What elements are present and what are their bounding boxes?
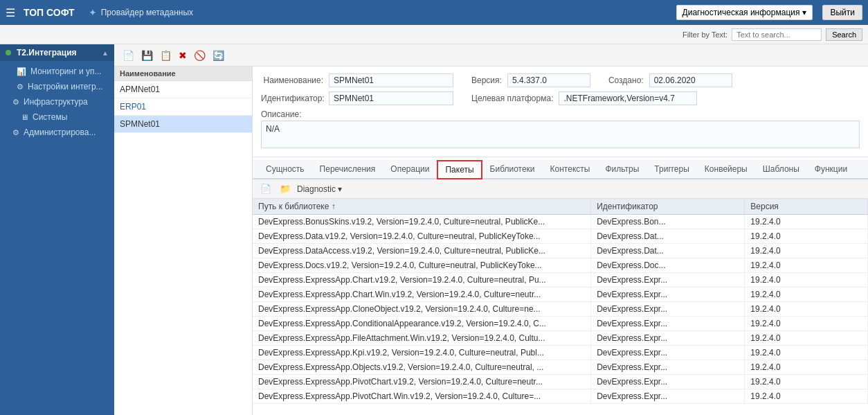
- delete-button[interactable]: ✖: [176, 48, 190, 62]
- sidebar-item-label: Настройки интегр...: [28, 82, 103, 91]
- diagnostic-button[interactable]: Диагностическая информация ▾: [676, 5, 813, 20]
- cell-id: DevExpress.Expr...: [591, 360, 745, 375]
- tree-item-apmnet01[interactable]: APMNet01: [114, 81, 252, 98]
- systems-icon: 🖥: [21, 113, 28, 121]
- table-row[interactable]: DevExpress.ExpressApp.FileAttachment.Win…: [253, 331, 868, 346]
- table-row[interactable]: DevExpress.ExpressApp.Chart.v19.2, Versi…: [253, 273, 868, 288]
- title-text: Провайдер метаданных: [101, 8, 193, 17]
- cell-id: DevExpress.Expr...: [591, 375, 745, 389]
- refresh-button[interactable]: 🔄: [210, 48, 227, 62]
- admin-icon: ⚙: [12, 128, 19, 137]
- cell-id: DevExpress.Expr...: [591, 346, 745, 360]
- table-row[interactable]: DevExpress.Docs.v19.2, Version=19.2.4.0,…: [253, 258, 868, 273]
- table-row[interactable]: DevExpress.ExpressApp.Objects.v19.2, Ver…: [253, 360, 868, 375]
- table-toolbar: 📄 📁 Diagnostic ▾: [253, 179, 868, 199]
- tab-filtry[interactable]: Фильтры: [597, 160, 647, 179]
- cell-path: DevExpress.ExpressApp.Objects.v19.2, Ver…: [253, 360, 591, 375]
- sidebar-item-infrastructure[interactable]: ⚙ Инфраструктура: [0, 94, 114, 109]
- table-upload-btn[interactable]: 📁: [278, 183, 293, 195]
- cell-path: DevExpress.ExpressApp.Kpi.v19.2, Version…: [253, 346, 591, 360]
- version-value: 5.4.337.0: [507, 73, 590, 87]
- cancel-button[interactable]: 🚫: [191, 48, 208, 62]
- tab-operatsii[interactable]: Операции: [383, 160, 437, 179]
- search-button[interactable]: Search: [826, 28, 862, 41]
- brand-label: ТОП СОФТ: [24, 7, 75, 18]
- form-row-name: Наименование: SPMNet01 Версия: 5.4.337.0…: [261, 73, 860, 87]
- id-label: Идентификатор:: [261, 94, 323, 103]
- col-version-header[interactable]: Версия: [745, 199, 868, 215]
- copy-button[interactable]: 📋: [157, 48, 174, 62]
- packages-table: Путь к библиотеке ↑ Идентификатор Версия…: [253, 199, 868, 404]
- sidebar-collapse-icon[interactable]: ▲: [102, 49, 109, 57]
- cell-id: DevExpress.Expr...: [591, 317, 745, 331]
- tab-shablony[interactable]: Шаблоны: [755, 160, 807, 179]
- tab-sushchnost[interactable]: Сущность: [258, 160, 312, 179]
- hamburger-icon[interactable]: ☰: [6, 6, 15, 19]
- diagnostic-dropdown[interactable]: Diagnostic ▾: [297, 184, 342, 194]
- sidebar-item-label: Мониторинг и уп...: [30, 67, 101, 76]
- table-row[interactable]: DevExpress.ExpressApp.Kpi.v19.2, Version…: [253, 346, 868, 360]
- cell-version: 19.2.4.0: [745, 302, 868, 317]
- search-input[interactable]: [732, 28, 822, 41]
- cell-id: DevExpress.Dat...: [591, 244, 745, 258]
- platform-value: .NETFramework,Version=v4.7: [559, 91, 697, 105]
- title-icon: ✦: [89, 7, 97, 18]
- monitoring-icon: 📊: [17, 67, 26, 76]
- table-row[interactable]: DevExpress.Data.v19.2, Version=19.2.4.0,…: [253, 229, 868, 244]
- table-row[interactable]: DevExpress.ExpressApp.PivotChart.v19.2, …: [253, 375, 868, 389]
- tab-konveyery[interactable]: Конвейеры: [697, 160, 755, 179]
- filter-label: Filter by Text:: [682, 30, 727, 39]
- cell-id: DevExpress.Expr...: [591, 288, 745, 302]
- sidebar-item-label: Администрирова...: [24, 127, 96, 137]
- table-row[interactable]: DevExpress.ExpressApp.CloneObject.v19.2,…: [253, 302, 868, 317]
- tree-header: Наименование: [114, 67, 252, 81]
- save-button[interactable]: 💾: [138, 48, 156, 62]
- cell-version: 19.2.4.0: [745, 331, 868, 346]
- tab-biblioteki[interactable]: Библиотеки: [482, 160, 543, 179]
- form-area: Наименование: SPMNet01 Версия: 5.4.337.0…: [253, 67, 868, 157]
- diagnostic-label: Diagnostic: [297, 184, 336, 194]
- cell-path: DevExpress.ExpressApp.CloneObject.v19.2,…: [253, 302, 591, 317]
- new-button[interactable]: 📄: [120, 48, 137, 62]
- main-toolbar: 📄 💾 📋 ✖ 🚫 🔄: [114, 44, 868, 67]
- tab-pakety[interactable]: Пакеты: [437, 160, 482, 179]
- cell-path: DevExpress.BonusSkins.v19.2, Version=19.…: [253, 215, 591, 229]
- tree-item-spmnet01[interactable]: SPMNet01: [114, 116, 252, 133]
- sidebar-item-settings[interactable]: ⚙ Настройки интегр...: [0, 79, 114, 94]
- tree-panel: Наименование APMNet01 ERP01 SPMNet01: [114, 67, 253, 415]
- tree-item-erp01[interactable]: ERP01: [114, 98, 252, 116]
- tab-triggery[interactable]: Триггеры: [647, 160, 697, 179]
- sidebar-item-systems[interactable]: 🖥 Системы: [0, 109, 114, 125]
- app-title: ✦ Провайдер метаданных: [89, 7, 193, 18]
- tab-konteksty[interactable]: Контексты: [543, 160, 598, 179]
- table-add-btn[interactable]: 📄: [258, 183, 273, 195]
- form-row-id: Идентификатор: SPMNet01 Целевая платформ…: [261, 91, 860, 105]
- cell-version: 19.2.4.0: [745, 229, 868, 244]
- cell-path: DevExpress.ExpressApp.Chart.v19.2, Versi…: [253, 273, 591, 288]
- sidebar-item-admin[interactable]: ⚙ Администрирова...: [0, 125, 114, 140]
- cell-id: DevExpress.Expr...: [591, 389, 745, 404]
- sort-icon: ↑: [332, 202, 336, 211]
- table-row[interactable]: DevExpress.ExpressApp.ConditionalAppeara…: [253, 317, 868, 331]
- main-layout: Т2.Интеграция ▲ 📊 Мониторинг и уп... ⚙ Н…: [0, 44, 868, 415]
- table-row[interactable]: DevExpress.DataAccess.v19.2, Version=19.…: [253, 244, 868, 258]
- table-row[interactable]: DevExpress.BonusSkins.v19.2, Version=19.…: [253, 215, 868, 229]
- tab-perechisleniya[interactable]: Перечисления: [312, 160, 383, 179]
- table-row[interactable]: DevExpress.ExpressApp.Chart.Win.v19.2, V…: [253, 288, 868, 302]
- detail-panel: Наименование: SPMNet01 Версия: 5.4.337.0…: [253, 67, 868, 415]
- filter-bar: Filter by Text: Search: [0, 25, 868, 44]
- sidebar-item-monitoring[interactable]: 📊 Мониторинг и уп...: [0, 64, 114, 79]
- tab-funktsii[interactable]: Функции: [807, 160, 855, 179]
- sidebar-section-header[interactable]: Т2.Интеграция ▲: [0, 44, 114, 61]
- table-header-row: Путь к библиотеке ↑ Идентификатор Версия: [253, 199, 868, 215]
- col-path-header[interactable]: Путь к библиотеке ↑: [253, 199, 591, 215]
- cell-version: 19.2.4.0: [745, 258, 868, 273]
- logout-button[interactable]: Выйти: [822, 5, 862, 20]
- tabs-bar: Сущность Перечисления Операции Пакеты Би…: [253, 160, 868, 179]
- col-id-header[interactable]: Идентификатор: [591, 199, 745, 215]
- table-area: 📄 📁 Diagnostic ▾ Путь к библиотеке ↑: [253, 179, 868, 415]
- settings-icon: ⚙: [17, 82, 24, 91]
- desc-value: N/A: [261, 121, 860, 148]
- table-row[interactable]: DevExpress.ExpressApp.PivotChart.Win.v19…: [253, 389, 868, 404]
- diagnostic-arrow-icon: ▾: [338, 184, 342, 194]
